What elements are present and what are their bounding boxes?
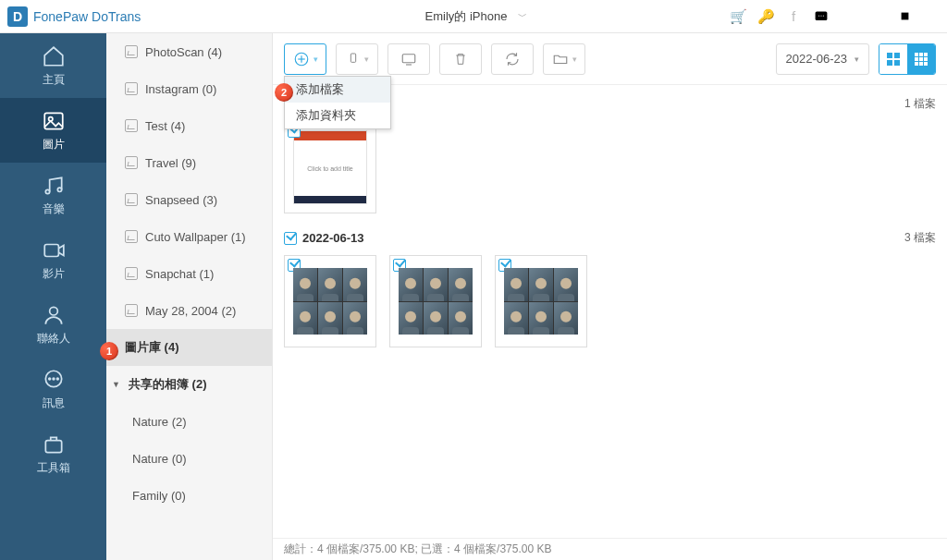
album-icon bbox=[125, 82, 138, 95]
album-item-may28[interactable]: May 28, 2004 (2) bbox=[106, 292, 272, 329]
nav-videos[interactable]: 影片 bbox=[0, 227, 106, 292]
annotation-badge-2: 2 bbox=[275, 83, 293, 102]
view-toggle bbox=[879, 43, 936, 75]
add-file-option[interactable]: 添加檔案 bbox=[285, 77, 390, 103]
svg-point-14 bbox=[57, 188, 61, 191]
view-small-grid[interactable] bbox=[907, 44, 935, 74]
album-item-nature1[interactable]: Nature (2) bbox=[106, 403, 272, 440]
svg-line-9 bbox=[929, 12, 936, 19]
export-to-pc-button[interactable] bbox=[387, 43, 430, 75]
date-filter[interactable]: 2022-06-23 ▾ bbox=[776, 43, 870, 75]
music-icon bbox=[42, 174, 66, 198]
nav-toolbox[interactable]: 工具箱 bbox=[0, 421, 106, 486]
album-item-snapchat[interactable]: Snapchat (1) bbox=[106, 255, 272, 292]
folder-button[interactable]: ▾ bbox=[543, 43, 585, 75]
add-dropdown: 添加檔案 添加資料夾 bbox=[284, 76, 391, 129]
svg-rect-11 bbox=[44, 113, 63, 128]
nav-photos[interactable]: 圖片 bbox=[0, 98, 106, 163]
cart-icon[interactable]: 🛒 bbox=[731, 9, 745, 24]
album-icon bbox=[125, 230, 138, 243]
album-item-travel[interactable]: Travel (9) bbox=[106, 144, 272, 181]
toolbar: ▾ ▾ ▾ 2022-06-23 ▾ bbox=[273, 33, 947, 85]
nav-home[interactable]: 主頁 bbox=[0, 33, 106, 98]
contacts-icon bbox=[42, 303, 66, 327]
key-icon[interactable]: 🔑 bbox=[758, 9, 773, 24]
delete-button[interactable] bbox=[439, 43, 482, 75]
album-item-snapseed[interactable]: Snapseed (3) bbox=[106, 181, 272, 218]
nav-label: 訊息 bbox=[43, 396, 65, 411]
thumb-row: Click to add title bbox=[284, 121, 936, 213]
gallery: 2022-06-23 1 檔案 Click to add title 2022-… bbox=[273, 85, 947, 538]
feedback-icon[interactable] bbox=[814, 9, 829, 24]
content-area: ▾ ▾ ▾ 2022-06-23 ▾ bbox=[273, 33, 947, 560]
group-count: 3 檔案 bbox=[904, 230, 936, 246]
svg-rect-25 bbox=[351, 54, 355, 62]
facebook-icon[interactable]: f bbox=[786, 9, 801, 24]
nav-label: 影片 bbox=[43, 266, 65, 282]
nav-contacts[interactable]: 聯絡人 bbox=[0, 292, 106, 357]
svg-rect-27 bbox=[402, 54, 415, 62]
nav-messages[interactable]: 訊息 bbox=[0, 357, 106, 421]
album-item-family[interactable]: Family (0) bbox=[106, 477, 272, 514]
app-logo: D FonePaw DoTrans bbox=[7, 6, 141, 27]
chevron-down-icon: ▾ bbox=[572, 55, 577, 64]
video-icon bbox=[42, 238, 66, 262]
album-icon bbox=[125, 119, 138, 132]
chevron-down-icon: ▾ bbox=[314, 55, 318, 64]
menu-icon[interactable] bbox=[842, 9, 856, 24]
view-large-grid[interactable] bbox=[879, 44, 907, 74]
add-button[interactable]: ▾ bbox=[284, 43, 326, 75]
svg-point-18 bbox=[48, 378, 50, 380]
album-item-instagram[interactable]: Instagram (0) bbox=[106, 70, 272, 107]
app-title: FonePaw DoTrans bbox=[33, 9, 141, 24]
thumbnail[interactable] bbox=[284, 255, 376, 347]
logo-icon: D bbox=[7, 6, 28, 27]
svg-point-13 bbox=[45, 189, 49, 193]
chevron-down-icon: ▾ bbox=[855, 55, 859, 64]
svg-rect-21 bbox=[45, 440, 61, 452]
svg-point-1 bbox=[818, 15, 819, 16]
album-item-test[interactable]: Test (4) bbox=[106, 107, 272, 144]
nav-label: 圖片 bbox=[43, 137, 65, 152]
minimize-button[interactable] bbox=[869, 9, 884, 24]
svg-point-3 bbox=[823, 15, 824, 16]
messages-icon bbox=[42, 368, 66, 392]
thumbnail[interactable]: Click to add title bbox=[284, 121, 376, 213]
add-folder-option[interactable]: 添加資料夾 bbox=[285, 103, 390, 128]
svg-point-20 bbox=[56, 378, 58, 380]
thumbnail[interactable] bbox=[389, 255, 482, 347]
album-item-cuto[interactable]: Cuto Wallpaper (1) bbox=[106, 218, 272, 255]
album-icon bbox=[125, 45, 138, 58]
chevron-down-icon: ▾ bbox=[364, 55, 369, 64]
svg-point-19 bbox=[53, 378, 55, 380]
annotation-badge-1: 1 bbox=[100, 342, 118, 360]
album-icon bbox=[125, 267, 138, 280]
device-selector[interactable]: Emily的 iPhone ﹀ bbox=[420, 8, 528, 25]
home-icon bbox=[42, 44, 66, 68]
date-label: 2022-06-23 bbox=[786, 52, 848, 66]
album-item-library[interactable]: 圖片庫 (4) bbox=[106, 329, 272, 366]
album-icon bbox=[125, 304, 138, 317]
triangle-down-icon: ▼ bbox=[112, 380, 121, 389]
album-item-photoscan[interactable]: PhotoScan (4) bbox=[106, 33, 272, 70]
album-icon bbox=[125, 156, 138, 169]
close-button[interactable] bbox=[925, 9, 940, 24]
video-conf-preview bbox=[293, 268, 367, 335]
window-controls: 🛒 🔑 f bbox=[731, 9, 940, 24]
thumbnail[interactable] bbox=[495, 255, 587, 347]
chevron-down-icon: ﹀ bbox=[518, 10, 527, 23]
export-to-device-button[interactable]: ▾ bbox=[336, 43, 378, 75]
refresh-button[interactable] bbox=[491, 43, 534, 75]
svg-point-16 bbox=[49, 307, 57, 315]
thumb-row bbox=[284, 255, 936, 347]
album-group-shared[interactable]: ▼共享的相簿 (2) bbox=[106, 366, 272, 403]
svg-point-2 bbox=[820, 15, 821, 16]
title-bar: D FonePaw DoTrans Emily的 iPhone ﹀ 🛒 🔑 f bbox=[0, 0, 947, 33]
nav-label: 工具箱 bbox=[37, 460, 70, 476]
svg-rect-8 bbox=[901, 13, 908, 20]
nav-label: 聯絡人 bbox=[37, 331, 70, 347]
maximize-button[interactable] bbox=[897, 9, 912, 24]
album-item-nature2[interactable]: Nature (0) bbox=[106, 440, 272, 477]
group-checkbox[interactable] bbox=[284, 232, 297, 245]
nav-music[interactable]: 音樂 bbox=[0, 163, 106, 227]
